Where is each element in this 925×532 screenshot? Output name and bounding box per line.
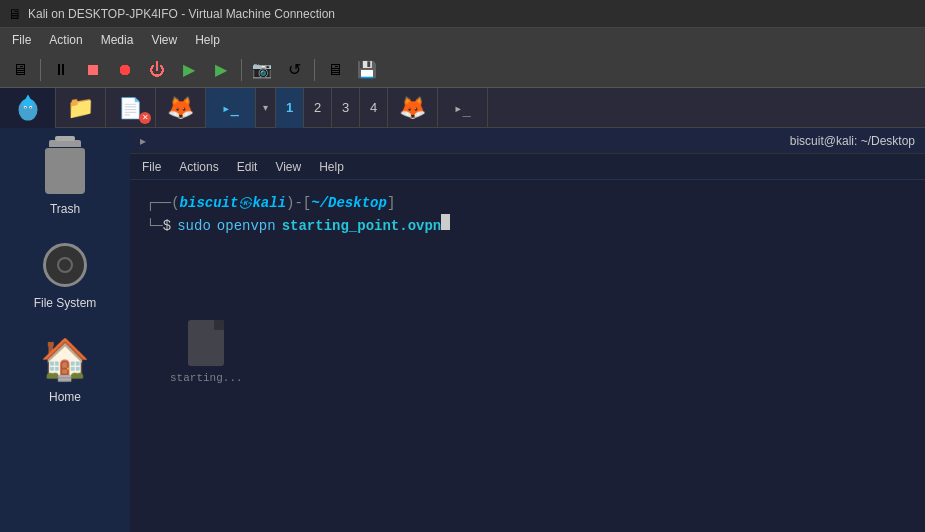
terminal-cmd-openvpn: openvpn — [217, 215, 276, 237]
trash-icon — [38, 144, 92, 198]
monitor-btn[interactable]: 🖥 — [321, 56, 349, 84]
trash-label: Trash — [50, 202, 80, 216]
outer-menubar: File Action Media View Help — [0, 28, 925, 52]
filesystem-label: File System — [34, 296, 97, 310]
terminal-dollar: $ — [163, 215, 171, 237]
terminal-cursor — [441, 214, 450, 230]
tab-firefox-1[interactable]: 🦊 — [156, 88, 206, 128]
term-menu-edit[interactable]: Edit — [229, 158, 266, 176]
stop-btn[interactable]: ⏹ — [79, 56, 107, 84]
terminal-path-title: biscuit@kali: ~/Desktop — [154, 134, 915, 148]
home-label: Home — [49, 390, 81, 404]
power-btn[interactable]: ⏻ — [143, 56, 171, 84]
main-area: Trash File System 🏠 Home ▸ biscuit@kali:… — [0, 128, 925, 532]
menu-media[interactable]: Media — [93, 31, 142, 49]
terminal-username: biscuit — [180, 192, 239, 214]
disk-btn[interactable]: 💾 — [353, 56, 381, 84]
pause-btn[interactable]: ⏸ — [47, 56, 75, 84]
tab-firefox-2[interactable]: 🦊 — [388, 88, 438, 128]
term-menu-actions[interactable]: Actions — [171, 158, 226, 176]
fs-shape — [43, 243, 87, 287]
svg-point-4 — [24, 106, 25, 107]
tab-terminal-1[interactable]: ▸_ — [206, 88, 256, 128]
title-bar: 🖥 Kali on DESKTOP-JPK4IFO - Virtual Mach… — [0, 0, 925, 28]
menu-file[interactable]: File — [4, 31, 39, 49]
tab-num-1[interactable]: 1 — [276, 88, 304, 128]
terminal-area: ▸ biscuit@kali: ~/Desktop File Actions E… — [130, 128, 925, 532]
screenshot-btn[interactable]: 📷 — [248, 56, 276, 84]
desktop-file-icon[interactable]: starting... — [170, 320, 243, 388]
filesystem-icon — [38, 238, 92, 292]
menu-help[interactable]: Help — [187, 31, 228, 49]
kali-dragon-icon — [11, 91, 45, 125]
vm-icon-btn[interactable]: 🖥 — [6, 56, 34, 84]
reset-btn[interactable]: ↺ — [280, 56, 308, 84]
terminal-path: ~/Desktop — [311, 192, 387, 214]
path-bracket-close: ] — [387, 192, 395, 214]
terminal-menubar: File Actions Edit View Help — [130, 154, 925, 180]
toolbar-sep-3 — [314, 59, 315, 81]
menu-action[interactable]: Action — [41, 31, 90, 49]
toolbar-sep-1 — [40, 59, 41, 81]
terminal-cmd-arg: starting_point.ovpn — [282, 215, 442, 237]
tab-num-3[interactable]: 3 — [332, 88, 360, 128]
tab-file-manager[interactable]: 📁 — [56, 88, 106, 128]
file-corner — [214, 320, 224, 330]
tab-close-badge: ✕ — [139, 112, 151, 124]
terminal-content[interactable]: ┌──(biscuit㉿kali)-[~/Desktop] └─ $ sudo … — [130, 180, 925, 532]
tab-kali-logo[interactable] — [0, 88, 56, 128]
desktop-icon-trash[interactable]: Trash — [15, 138, 115, 222]
window-title: Kali on DESKTOP-JPK4IFO - Virtual Machin… — [28, 7, 917, 21]
tab-num-2[interactable]: 2 — [304, 88, 332, 128]
terminal-prompt-line2: └─ $ sudo openvpn starting_point.ovpn — [146, 214, 909, 237]
term-menu-view[interactable]: View — [267, 158, 309, 176]
fs-inner — [57, 257, 73, 273]
tab-dropdown-btn[interactable]: ▾ — [256, 88, 276, 128]
term-menu-help[interactable]: Help — [311, 158, 352, 176]
vm-title-icon: 🖥 — [8, 6, 22, 22]
bracket-close: )-[ — [286, 192, 311, 214]
terminal-cmd-sudo: sudo — [177, 215, 211, 237]
desktop-icon-filesystem[interactable]: File System — [15, 232, 115, 316]
terminal-at: ㉿ — [238, 192, 252, 214]
record-btn[interactable]: ⏺ — [111, 56, 139, 84]
desktop-icon-home[interactable]: 🏠 Home — [15, 326, 115, 410]
tab-text-file[interactable]: 📄 ✕ — [106, 88, 156, 128]
play-btn[interactable]: ▶ — [175, 56, 203, 84]
resume-btn[interactable]: ▶ — [207, 56, 235, 84]
menu-view[interactable]: View — [143, 31, 185, 49]
bracket-open: ┌──( — [146, 192, 180, 214]
trash-shape — [45, 148, 85, 194]
home-icon: 🏠 — [38, 332, 92, 386]
tab-num-4[interactable]: 4 — [360, 88, 388, 128]
svg-point-5 — [30, 106, 31, 107]
terminal-title-bar: ▸ biscuit@kali: ~/Desktop — [130, 128, 925, 154]
terminal-hostname: kali — [252, 192, 286, 214]
desktop-sidebar: Trash File System 🏠 Home — [0, 128, 130, 532]
toolbar: 🖥 ⏸ ⏹ ⏺ ⏻ ▶ ▶ 📷 ↺ 🖥 💾 — [0, 52, 925, 88]
terminal-prompt-line1: ┌──(biscuit㉿kali)-[~/Desktop] — [146, 192, 909, 214]
terminal-arrow: └─ — [146, 215, 163, 237]
toolbar-sep-2 — [241, 59, 242, 81]
term-menu-file[interactable]: File — [134, 158, 169, 176]
tab-bar: 📁 📄 ✕ 🦊 ▸_ ▾ 1 2 3 4 🦊 ▸_ — [0, 88, 925, 128]
tab-terminal-2[interactable]: ▸_ — [438, 88, 488, 128]
file-shape — [188, 320, 224, 366]
file-icon-label: starting... — [170, 370, 243, 388]
term-title-icon: ▸ — [140, 134, 146, 148]
